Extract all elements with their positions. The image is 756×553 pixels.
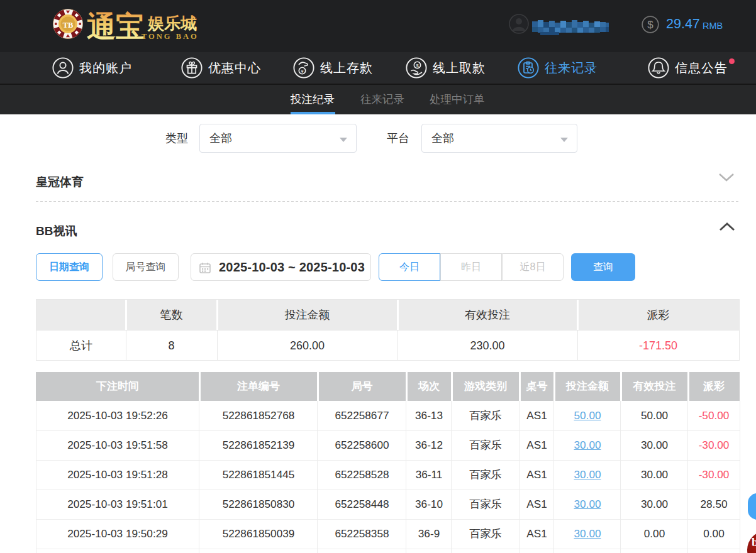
svg-text:TONG BAO: TONG BAO — [142, 32, 199, 41]
svg-text:$: $ — [647, 19, 653, 31]
svg-text:$: $ — [416, 63, 419, 68]
svg-text:通宝: 通宝 — [87, 11, 145, 43]
svg-text:¥: ¥ — [300, 68, 304, 74]
svg-text:TB: TB — [63, 21, 74, 30]
svg-text:娱乐城: 娱乐城 — [147, 14, 197, 33]
